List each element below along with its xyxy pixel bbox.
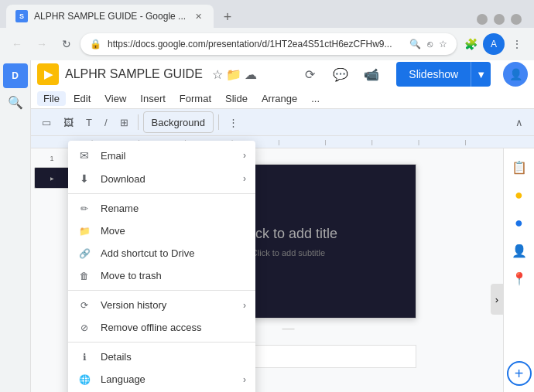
bookmark-icon: ☆ bbox=[439, 39, 447, 49]
docs-app: ▶ ALPHR SAMPLE GUIDE ☆ 📁 ☁ ⟳ 💬 📹 Slidesh… bbox=[31, 60, 534, 392]
tab-favicon: S bbox=[15, 10, 28, 22]
file-dropdown-menu: ✉ Email › ⬇ Download › ✏ Rename bbox=[68, 141, 255, 392]
menu-item-move[interactable]: 📁 Move bbox=[68, 220, 255, 242]
address-bar: ← → ↻ 🔒 https://docs.google.com/presenta… bbox=[0, 28, 534, 60]
history-icon[interactable]: ⟳ bbox=[297, 62, 322, 87]
docs-title-icons: ☆ 📁 ☁ bbox=[212, 67, 257, 82]
menu-arrange[interactable]: Arrange bbox=[255, 91, 303, 106]
star-icon[interactable]: ☆ bbox=[212, 67, 223, 82]
tab-bar: S ALPHR SAMPLE GUIDE - Google ... ✕ + bbox=[0, 0, 534, 28]
folder-icon[interactable]: 📁 bbox=[226, 67, 241, 82]
menu-item-trash[interactable]: 🗑 Move to trash bbox=[68, 264, 255, 287]
language-arrow: › bbox=[243, 374, 246, 385]
meet-icon[interactable]: 📹 bbox=[359, 62, 384, 87]
menu-edit[interactable]: Edit bbox=[67, 91, 97, 106]
app-area: D 🔍 ▶ ALPHR SAMPLE GUIDE ☆ 📁 ☁ ⟳ 💬 📹 Sli… bbox=[0, 60, 534, 392]
menu-more[interactable]: ... bbox=[305, 91, 326, 106]
download-icon: ⬇ bbox=[77, 172, 91, 185]
search-icon: 🔍 bbox=[409, 39, 421, 49]
background-button[interactable]: Background bbox=[143, 111, 214, 133]
maximize-button[interactable] bbox=[494, 14, 505, 25]
cloud-icon[interactable]: ☁ bbox=[245, 67, 257, 82]
profile-avatar[interactable]: A bbox=[483, 33, 505, 55]
menu-view[interactable]: View bbox=[98, 91, 132, 106]
more-options-icon[interactable]: ⋮ bbox=[506, 33, 528, 55]
address-input[interactable]: 🔒 https://docs.google.com/presentation/d… bbox=[80, 33, 457, 55]
sidebar-blue-icon[interactable]: ● bbox=[507, 210, 532, 235]
sidebar-add-button[interactable]: + bbox=[507, 361, 532, 386]
toolbar-separator-1 bbox=[138, 114, 139, 130]
browser-toolbar-icons: 🧩 A ⋮ bbox=[460, 33, 528, 55]
share-icon: ⎋ bbox=[427, 39, 433, 49]
close-button[interactable] bbox=[511, 14, 522, 25]
background-label: Background bbox=[152, 117, 205, 128]
sidebar-person-icon[interactable]: 👤 bbox=[507, 238, 532, 263]
menu-item-download[interactable]: ⬇ Download › bbox=[68, 167, 255, 190]
ext-docs-icon[interactable]: D bbox=[3, 63, 28, 88]
user-avatar[interactable]: 👤 bbox=[503, 62, 528, 87]
new-tab-button[interactable]: + bbox=[217, 6, 238, 28]
sidebar-expand-button[interactable]: › bbox=[491, 284, 503, 315]
toolbar-text[interactable]: T bbox=[81, 111, 97, 133]
docs-title: ALPHR SAMPLE GUIDE bbox=[65, 67, 203, 81]
details-label: Details bbox=[101, 351, 246, 363]
menu-item-offline[interactable]: ⊘ Remove offline access bbox=[68, 316, 255, 339]
minimize-button[interactable] bbox=[477, 14, 488, 25]
version-label: Version history bbox=[101, 299, 234, 311]
slideshow-button[interactable]: Slideshow bbox=[396, 62, 471, 87]
menu-item-details[interactable]: ℹ Details bbox=[68, 346, 255, 368]
menu-insert[interactable]: Insert bbox=[134, 91, 172, 106]
toolbar-separator-2 bbox=[218, 114, 219, 130]
download-arrow: › bbox=[243, 173, 246, 184]
shortcut-icon: 🔗 bbox=[77, 248, 91, 259]
docs-logo: ▶ bbox=[37, 63, 59, 85]
slide-thumb-content: ▶ bbox=[50, 176, 54, 181]
forward-button[interactable]: → bbox=[31, 33, 53, 55]
toolbar-lines[interactable]: / bbox=[100, 111, 112, 133]
slideshow-dropdown[interactable]: ▼ bbox=[471, 62, 491, 87]
email-icon: ✉ bbox=[77, 149, 91, 162]
offline-label: Remove offline access bbox=[101, 322, 246, 333]
docs-toolbar: ▭ 🖼 T / ⊞ Background ⋮ ∧ bbox=[31, 108, 534, 136]
chrome-sidebar: D 🔍 bbox=[0, 60, 31, 392]
language-label: Language bbox=[101, 373, 234, 385]
toolbar-more[interactable]: ⋮ bbox=[224, 111, 243, 133]
comment-icon[interactable]: 💬 bbox=[328, 62, 353, 87]
slide-subtitle-placeholder: Click to add subtitle bbox=[252, 248, 325, 257]
move-icon: 📁 bbox=[77, 226, 91, 237]
menu-slide[interactable]: Slide bbox=[219, 91, 254, 106]
add-shortcut-label: Add shortcut to Drive bbox=[101, 247, 246, 259]
toolbar-embed[interactable]: ⊞ bbox=[115, 111, 133, 133]
toolbar-collapse[interactable]: ∧ bbox=[511, 111, 528, 133]
toolbar-shapes[interactable]: ▭ bbox=[37, 111, 56, 133]
tab-close-button[interactable]: ✕ bbox=[192, 10, 204, 22]
menu-item-language[interactable]: 🌐 Language › bbox=[68, 368, 255, 390]
ext-search-icon[interactable]: 🔍 bbox=[3, 90, 28, 114]
menu-format[interactable]: Format bbox=[173, 91, 217, 106]
move-label: Move bbox=[101, 225, 246, 237]
menu-item-email[interactable]: ✉ Email › bbox=[68, 144, 255, 167]
url-text: https://docs.google.com/presentation/d/1… bbox=[108, 39, 403, 49]
sidebar-map-icon[interactable]: 📍 bbox=[507, 266, 532, 291]
sidebar-clipboard-icon[interactable]: 📋 bbox=[507, 155, 532, 179]
toolbar-image[interactable]: 🖼 bbox=[59, 111, 78, 133]
email-label: Email bbox=[101, 150, 234, 162]
menu-item-rename[interactable]: ✏ Rename bbox=[68, 197, 255, 220]
reload-button[interactable]: ↻ bbox=[56, 33, 77, 55]
active-tab[interactable]: S ALPHR SAMPLE GUIDE - Google ... ✕ bbox=[6, 5, 214, 28]
menu-file[interactable]: File bbox=[37, 91, 66, 106]
back-button[interactable]: ← bbox=[6, 33, 28, 55]
language-icon: 🌐 bbox=[77, 374, 91, 385]
divider-3 bbox=[68, 342, 255, 343]
slide-thumbnail[interactable]: ▶ bbox=[34, 167, 70, 189]
version-icon: ⟳ bbox=[77, 300, 91, 311]
rename-icon: ✏ bbox=[77, 203, 91, 214]
slides-panel: 1 ▶ bbox=[31, 148, 74, 392]
menu-item-version-history[interactable]: ⟳ Version history › bbox=[68, 294, 255, 316]
menu-item-add-shortcut[interactable]: 🔗 Add shortcut to Drive bbox=[68, 242, 255, 264]
offline-icon: ⊘ bbox=[77, 322, 91, 333]
rename-label: Rename bbox=[101, 203, 246, 214]
extensions-icon[interactable]: 🧩 bbox=[460, 33, 481, 55]
trash-icon: 🗑 bbox=[77, 271, 91, 281]
sidebar-yellow-icon[interactable]: ● bbox=[507, 182, 532, 207]
